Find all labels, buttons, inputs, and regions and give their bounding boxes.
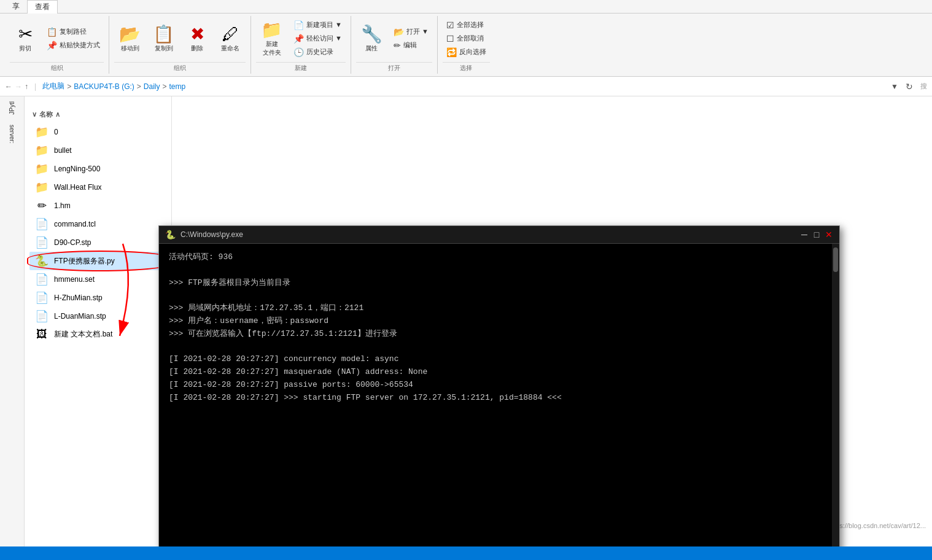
file-item-newbat[interactable]: 🖼 新建 文本文档.bat: [29, 325, 171, 343]
moveto-label: 移动到: [121, 44, 139, 53]
terminal-titlebar: 🐍 C:\Windows\py.exe ─ □ ✕: [159, 226, 839, 244]
organize-section-label: 组织: [114, 62, 246, 72]
history-button[interactable]: 🕒 历史记录: [290, 46, 346, 58]
file-icon-1hm: ✏: [34, 199, 49, 212]
select-buttons: ☑ 全部选择 ☐ 全部取消 🔁 反向选择: [443, 17, 490, 60]
easy-access-icon: 📌: [293, 34, 304, 44]
delete-button[interactable]: ✖ 删除: [182, 21, 212, 55]
tab-view[interactable]: 查看: [27, 0, 58, 14]
quick-access-label: 名称: [39, 110, 53, 119]
file-item-lduan[interactable]: 📄 L-DuanMian.stp: [29, 307, 171, 325]
edit-icon: ✏: [394, 41, 401, 50]
server-label: server:: [9, 125, 15, 144]
copyto-label: 复制到: [155, 44, 173, 53]
terminal-close-button[interactable]: ✕: [825, 230, 833, 239]
terminal-window: 🐍 C:\Windows\py.exe ─ □ ✕ 活动代码页: 936 >>>…: [158, 225, 840, 546]
easy-access-button[interactable]: 📌 轻松访问 ▼: [290, 33, 346, 45]
file-items: 📁 0 📁 bullet 📁 LengNing-500 📁 Wall.Heat …: [25, 123, 171, 343]
file-item-wallheatflux[interactable]: 📁 Wall.Heat Flux: [29, 178, 171, 196]
file-item-ftp[interactable]: 🐍 FTP便携服务器.py: [29, 252, 171, 270]
breadcrumb-daily[interactable]: Daily: [144, 82, 160, 91]
properties-button[interactable]: 🔧 属性: [356, 21, 387, 55]
sort-arrow: ∧: [55, 111, 60, 119]
file-icon-lduan: 📄: [34, 309, 49, 323]
file-item-d90[interactable]: 📄 D90-CP.stp: [29, 233, 171, 252]
breadcrumb-forward[interactable]: →: [15, 82, 22, 91]
quick-access-title[interactable]: ∨ 名称 ∧: [25, 106, 171, 123]
terminal-line-1: >>> FTP服务器根目录为当前目录: [169, 277, 829, 290]
terminal-line-4: >>> 用户名：username，密码：password: [169, 315, 829, 328]
invert-label: 反向选择: [459, 47, 486, 56]
terminal-log-2: [I 2021-02-28 20:27:27] masquerade (NAT)…: [169, 366, 829, 379]
file-name-command: command.tcl: [54, 220, 166, 228]
new-folder-icon: 📁: [261, 20, 282, 40]
file-icon-d90: 📄: [34, 236, 49, 249]
copy-path-label: 复制路径: [60, 27, 87, 36]
copy-path-button[interactable]: 📋 复制路径: [43, 26, 104, 38]
select-none-icon: ☐: [446, 34, 454, 44]
file-item-0[interactable]: 📁 0: [29, 123, 171, 141]
rename-button[interactable]: 🖊 重命名: [215, 21, 246, 55]
terminal-log-4: [I 2021-02-28 20:27:27] >>> starting FTP…: [169, 392, 829, 405]
breadcrumb-drive[interactable]: BACKUP4T-B (G:): [74, 82, 134, 91]
terminal-minimize-button[interactable]: ─: [800, 230, 809, 239]
delete-icon: ✖: [190, 24, 204, 44]
edit-button[interactable]: ✏ 编辑: [390, 39, 432, 52]
clipboard-section-label: 组织: [10, 62, 104, 72]
file-item-hzhumian[interactable]: 📄 H-ZhuMian.stp: [29, 289, 171, 307]
file-name-0: 0: [54, 128, 166, 136]
file-icon-newbat: 🖼: [34, 328, 49, 341]
ribbon-open-section: 🔧 属性 📂 打开 ▼ ✏ 编辑 打开: [351, 16, 438, 74]
jpytl-label: JPytl: [9, 101, 15, 115]
terminal-scrollbar[interactable]: [832, 244, 839, 546]
select-none-button[interactable]: ☐ 全部取消: [443, 33, 490, 45]
file-item-lengning[interactable]: 📁 LengNing-500: [29, 160, 171, 178]
copyto-icon: 📋: [153, 24, 174, 44]
breadcrumb-dropdown[interactable]: ▼: [891, 82, 898, 91]
file-icon-command: 📄: [34, 217, 49, 231]
invert-select-button[interactable]: 🔁 反向选择: [443, 46, 490, 58]
copy-to-button[interactable]: 📋 复制到: [148, 21, 179, 55]
open-button[interactable]: 📂 打开 ▼: [390, 26, 432, 38]
file-name-hzhumian: H-ZhuMian.stp: [54, 294, 166, 302]
folder-icon-wallheatflux: 📁: [34, 181, 49, 194]
breadcrumb-temp[interactable]: temp: [169, 82, 186, 91]
tab-share[interactable]: 享: [5, 0, 27, 13]
moveto-icon: 📂: [119, 24, 141, 44]
invert-icon: 🔁: [446, 47, 457, 57]
file-name-wallheatflux: Wall.Heat Flux: [54, 183, 166, 192]
file-item-command[interactable]: 📄 command.tcl: [29, 215, 171, 233]
terminal-content[interactable]: 活动代码页: 936 >>> FTP服务器根目录为当前目录 >>> 局域网内本机…: [159, 244, 839, 546]
terminal-scrollbar-thumb[interactable]: [833, 247, 838, 272]
file-item-hmmenu[interactable]: 📄 hmmenu.set: [29, 270, 171, 289]
ribbon-body: ✂ 剪切 📋 复制路径 📌 粘贴快捷方式 组织: [0, 14, 932, 77]
clipboard-buttons: ✂ 剪切 📋 复制路径 📌 粘贴快捷方式: [10, 17, 104, 60]
cut-button[interactable]: ✂ 剪切: [10, 21, 41, 55]
breadcrumb-back[interactable]: ←: [5, 82, 12, 91]
breadcrumb-sep1: >: [67, 82, 71, 91]
terminal-title-text: C:\Windows\py.exe: [181, 230, 243, 239]
ribbon-new-section: 📁 新建文件夹 📄 新建项目 ▼ 📌 轻松访问 ▼ 🕒 历史记录: [251, 16, 351, 74]
breadcrumb-pc[interactable]: 此电脑: [42, 81, 64, 91]
file-name-newbat: 新建 文本文档.bat: [54, 329, 166, 340]
select-all-button[interactable]: ☑ 全部选择: [443, 19, 490, 31]
new-item-icon: 📄: [293, 20, 304, 30]
file-name-ftp: FTP便携服务器.py: [54, 256, 166, 266]
move-to-button[interactable]: 📂 移动到: [114, 21, 146, 55]
folder-icon-bullet: 📁: [34, 144, 49, 157]
file-item-bullet[interactable]: 📁 bullet: [29, 141, 171, 160]
select-section-label: 选择: [443, 62, 490, 72]
file-item-1hm[interactable]: ✏ 1.hm: [29, 196, 171, 215]
watermark: https://blog.csdn.net/cav/art/12...: [828, 522, 926, 529]
breadcrumb-sep3: >: [163, 82, 167, 91]
new-item-button[interactable]: 📄 新建项目 ▼: [290, 19, 346, 31]
select-all-label: 全部选择: [457, 20, 484, 29]
refresh-button[interactable]: ↻: [906, 82, 913, 91]
file-name-hmmenu: hmmenu.set: [54, 275, 166, 284]
breadcrumb-up[interactable]: ↑: [25, 82, 28, 91]
open-icon: 📂: [394, 27, 404, 37]
file-name-lduan: L-DuanMian.stp: [54, 312, 166, 321]
paste-shortcut-button[interactable]: 📌 粘贴快捷方式: [43, 39, 104, 52]
terminal-maximize-button[interactable]: □: [812, 230, 821, 239]
new-folder-button[interactable]: 📁 新建文件夹: [256, 17, 287, 60]
